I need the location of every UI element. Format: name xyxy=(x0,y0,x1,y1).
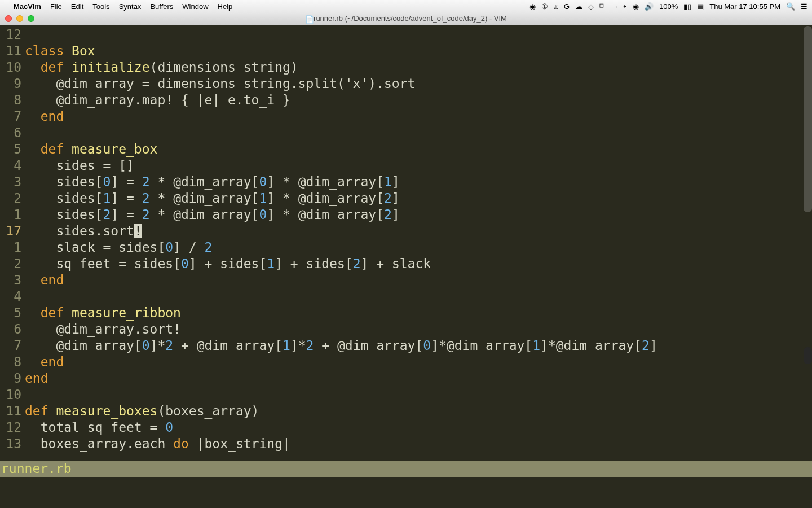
status-icon[interactable]: ① xyxy=(541,2,548,11)
minimize-button[interactable] xyxy=(16,15,23,22)
document-icon: 📄 xyxy=(305,15,312,23)
code-line xyxy=(25,387,812,403)
editor[interactable]: 12 11 10 9 8 7 6 5 4 3 2 1 17 1 2 3 4 5 … xyxy=(0,25,812,508)
line-number: 2 xyxy=(0,256,25,272)
maximize-button[interactable] xyxy=(28,15,34,22)
code-line: sides[1] = 2 * @dim_array[1] * @dim_arra… xyxy=(25,190,812,207)
line-number: 6 xyxy=(0,321,25,338)
line-number: 2 xyxy=(0,190,25,207)
line-number: 10 xyxy=(0,59,25,76)
notification-icon[interactable]: ☰ xyxy=(801,2,807,11)
traffic-lights xyxy=(0,15,34,22)
status-icon[interactable]: ▤ xyxy=(697,2,704,11)
window-title: 📄runner.rb (~/Documents/code/advent_of_c… xyxy=(0,14,812,23)
wifi-icon[interactable]: ◉ xyxy=(633,2,639,11)
vim-commandline[interactable] xyxy=(0,477,812,493)
code-line: def measure_boxes(boxes_array) xyxy=(25,403,812,419)
menu-window[interactable]: Window xyxy=(182,2,208,11)
code-line: @dim_array.map! { |e| e.to_i } xyxy=(25,92,812,108)
status-icon[interactable]: G xyxy=(564,2,570,11)
line-number: 6 xyxy=(0,125,25,141)
code-line: @dim_array[0]*2 + @dim_array[1]*2 + @dim… xyxy=(25,338,812,354)
line-number: 5 xyxy=(0,141,25,157)
vim-statusbar: runner.rb xyxy=(0,461,812,477)
menu-tools[interactable]: Tools xyxy=(92,2,109,11)
line-number: 9 xyxy=(0,370,25,387)
code-line xyxy=(25,125,812,141)
volume-icon[interactable]: 🔊 xyxy=(645,2,654,11)
code-line: slack = sides[0] / 2 xyxy=(25,239,812,256)
display-icon[interactable]: ▭ xyxy=(610,2,617,11)
close-button[interactable] xyxy=(5,15,12,22)
line-number: 5 xyxy=(0,305,25,321)
line-number: 4 xyxy=(0,288,25,305)
scrollbar-thumb[interactable] xyxy=(804,347,812,364)
code-line: def measure_ribbon xyxy=(25,305,812,321)
status-icon[interactable]: ◇ xyxy=(588,2,594,11)
code-line: end xyxy=(25,272,812,288)
current-line-number: 17 xyxy=(0,223,25,239)
code-line xyxy=(25,288,812,305)
code-line: sides = [] xyxy=(25,157,812,174)
code-area[interactable]: class Box def initialize(dimensions_stri… xyxy=(25,25,812,508)
macos-menubar: MacVim File Edit Tools Syntax Buffers Wi… xyxy=(0,0,812,12)
cursor: ! xyxy=(134,224,142,238)
line-number: 7 xyxy=(0,108,25,125)
code-line: sides.sort! xyxy=(25,223,812,239)
line-number: 1 xyxy=(0,239,25,256)
dropbox-icon[interactable]: ⧉ xyxy=(599,2,604,11)
code-line: sides[2] = 2 * @dim_array[0] * @dim_arra… xyxy=(25,207,812,223)
code-line: total_sq_feet = 0 xyxy=(25,419,812,436)
cloud-icon[interactable]: ☁ xyxy=(575,2,582,11)
code-line: sides[0] = 2 * @dim_array[0] * @dim_arra… xyxy=(25,174,812,190)
status-icon[interactable]: ⎚ xyxy=(554,2,558,11)
code-line: @dim_array = dimensions_string.split('x'… xyxy=(25,76,812,92)
menu-help[interactable]: Help xyxy=(218,2,233,11)
code-line: end xyxy=(25,108,812,125)
code-line: sq_feet = sides[0] + sides[1] + sides[2]… xyxy=(25,256,812,272)
battery-percent[interactable]: 100% xyxy=(659,2,678,11)
code-line: def initialize(dimensions_string) xyxy=(25,59,812,76)
menu-file[interactable]: File xyxy=(50,2,62,11)
line-number: 10 xyxy=(0,387,25,403)
line-number: 9 xyxy=(0,76,25,92)
window-titlebar[interactable]: 📄runner.rb (~/Documents/code/advent_of_c… xyxy=(0,12,812,25)
line-number: 1 xyxy=(0,207,25,223)
line-number: 3 xyxy=(0,174,25,190)
spotlight-icon[interactable]: 🔍 xyxy=(786,2,795,11)
line-number: 11 xyxy=(0,403,25,419)
code-line: boxes_array.each do |box_string| xyxy=(25,436,812,452)
line-number: 7 xyxy=(0,338,25,354)
battery-icon[interactable]: ▮▯ xyxy=(683,2,691,11)
line-number: 12 xyxy=(0,419,25,436)
line-number: 11 xyxy=(0,43,25,59)
line-number: 3 xyxy=(0,272,25,288)
menu-app-name[interactable]: MacVim xyxy=(14,2,41,11)
menubar-left: MacVim File Edit Tools Syntax Buffers Wi… xyxy=(5,2,232,11)
menu-buffers[interactable]: Buffers xyxy=(150,2,173,11)
code-line: end xyxy=(25,354,812,370)
scrollbar[interactable] xyxy=(804,26,812,212)
line-number: 4 xyxy=(0,157,25,174)
line-number: 8 xyxy=(0,354,25,370)
code-line: def measure_box xyxy=(25,141,812,157)
line-number: 12 xyxy=(0,27,25,43)
code-line: @dim_array.sort! xyxy=(25,321,812,338)
status-icon[interactable]: ◉ xyxy=(529,2,536,11)
line-number-gutter: 12 11 10 9 8 7 6 5 4 3 2 1 17 1 2 3 4 5 … xyxy=(0,25,25,508)
code-line xyxy=(25,27,812,43)
menu-edit[interactable]: Edit xyxy=(71,2,83,11)
code-line: class Box xyxy=(25,43,812,59)
menu-syntax[interactable]: Syntax xyxy=(119,2,142,11)
menubar-right: ◉ ① ⎚ G ☁ ◇ ⧉ ▭ ᛭ ◉ 🔊 100% ▮▯ ▤ Thu Mar … xyxy=(529,2,807,11)
code-line: end xyxy=(25,370,812,387)
clock[interactable]: Thu Mar 17 10:55 PM xyxy=(709,2,780,11)
bluetooth-icon[interactable]: ᛭ xyxy=(623,2,627,11)
line-number: 13 xyxy=(0,436,25,452)
line-number: 8 xyxy=(0,92,25,108)
